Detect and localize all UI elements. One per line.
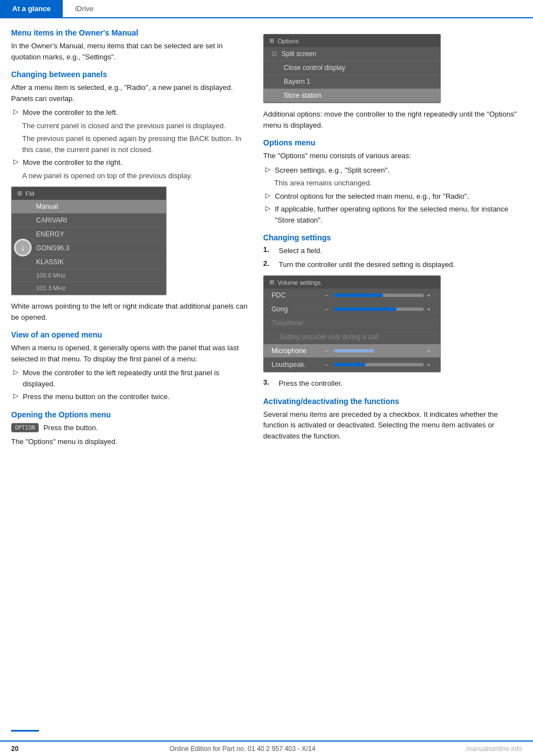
pdc-bar bbox=[334, 294, 424, 297]
volume-row-pdc: PDC − + bbox=[264, 289, 440, 303]
page-number: 20 bbox=[11, 745, 18, 753]
bullet-arrow-1: ▷ bbox=[13, 108, 18, 118]
fm-screenshot: ⊞ FM ↓ Manual CARIVARI ENERGY GONG96.3 K… bbox=[11, 187, 167, 295]
volume-row-note: Setting possible only during a call. bbox=[264, 330, 440, 344]
mic-fill bbox=[334, 349, 374, 352]
option-press-text: Press the button. bbox=[43, 422, 98, 434]
volume-row-microphone: Microphone − + bbox=[264, 344, 440, 358]
fm-label: FM bbox=[26, 190, 34, 197]
fm-item-carivari: CARIVARI bbox=[12, 214, 166, 228]
section-opened-menu-title: View of an opened menu bbox=[11, 330, 250, 339]
bullet-arrow-3: ▷ bbox=[13, 368, 18, 389]
bullet-right: ▷ Move the controller to the right. bbox=[11, 157, 250, 168]
section-menu-items-title: Menu items in the Owner's Manual bbox=[11, 28, 250, 37]
step-1-text: Select a field. bbox=[279, 245, 322, 256]
options-item-store: Store station bbox=[264, 89, 440, 103]
loud-minus: − bbox=[325, 361, 330, 368]
gong-label: Gong bbox=[271, 305, 321, 313]
bullet-arrow-4: ▷ bbox=[13, 392, 18, 402]
gong-bar bbox=[334, 308, 424, 311]
step-1-num: 1. bbox=[263, 245, 273, 256]
options-header: ⊞ Options bbox=[264, 34, 440, 47]
options-item-close: Close control display bbox=[264, 61, 440, 75]
options-screenshot: ⊞ Options ☑ Split screen Close control d… bbox=[263, 34, 441, 103]
bullet-left-repeat-text: Move the controller to the left repeated… bbox=[23, 367, 250, 389]
settings-step-2: 2. Turn the controller until the desired… bbox=[263, 259, 522, 270]
gong-fill bbox=[334, 308, 396, 311]
opt-bullet-2: ▷ Control options for the selected main … bbox=[263, 191, 522, 202]
step-3-text: Press the controller. bbox=[279, 378, 343, 389]
footer-watermark: manualsonline.info bbox=[466, 745, 522, 753]
section-opened-menu-body: When a menu is opened, it generally open… bbox=[11, 342, 250, 364]
opt-bullet-1-text: Screen settings, e.g., "Split screen". bbox=[275, 165, 390, 176]
options-icon: ⊞ bbox=[269, 37, 274, 44]
sub-text-2a: A new panel is opened on top of the prev… bbox=[22, 170, 250, 182]
opt-bullet-3: ▷ If applicable, further operating optio… bbox=[263, 204, 522, 225]
options-item-bayern: Bayern 1 bbox=[264, 75, 440, 89]
bullet-menu-button: ▷ Press the menu button on the controlle… bbox=[11, 391, 250, 402]
volume-header: ⊞ Volume settings bbox=[264, 276, 440, 289]
opt-sub-1: This area remains unchanged. bbox=[274, 178, 522, 189]
option-press-row: OPTION Press the button. bbox=[11, 422, 250, 434]
fm-rows: ↓ Manual CARIVARI ENERGY GONG96.3 KLASSI… bbox=[12, 200, 166, 295]
settings-step-3: 3. Press the controller. bbox=[263, 378, 522, 389]
options-menu-body: The "Options" menu consists of various a… bbox=[263, 150, 522, 162]
section-menu-items-body: In the Owner's Manual, menu items that c… bbox=[11, 41, 250, 62]
options-item-split: ☑ Split screen bbox=[264, 47, 440, 61]
header-tabs: At a glance iDrive bbox=[0, 0, 533, 18]
settings-section-title: Changing settings bbox=[263, 233, 522, 242]
gong-plus: + bbox=[427, 306, 433, 313]
microphone-label: Microphone bbox=[271, 347, 321, 355]
telephone-label: Telephone: bbox=[271, 319, 321, 327]
settings-step-1: 1. Select a field. bbox=[263, 245, 522, 256]
bullet-left-text: Move the controller to the left. bbox=[23, 107, 118, 118]
footer: 20 Online Edition for Part no. 01 40 2 9… bbox=[0, 740, 533, 756]
step-2-text: Turn the controller until the desired se… bbox=[279, 259, 455, 270]
volume-screenshot: ⊞ Volume settings PDC − + Gong − + bbox=[263, 275, 441, 372]
setting-note: Setting possible only during a call. bbox=[279, 333, 380, 341]
left-column: Menu items in the Owner's Manual In the … bbox=[11, 28, 250, 451]
fm-item-100mhz: 100.0 MHz bbox=[12, 269, 166, 282]
options-label: Options bbox=[278, 38, 299, 44]
volume-row-telephone: Telephone: bbox=[264, 316, 440, 330]
activate-body: Several menu items are preceded by a che… bbox=[263, 409, 522, 442]
mic-bar bbox=[334, 349, 424, 352]
main-content: Menu items in the Owner's Manual In the … bbox=[0, 18, 533, 451]
step-2-num: 2. bbox=[263, 259, 273, 270]
pdc-fill bbox=[334, 294, 383, 297]
volume-row-gong: Gong − + bbox=[264, 303, 440, 316]
section-changing-panels-body: After a menu item is selected, e.g., "Ra… bbox=[11, 82, 250, 104]
footer-divider bbox=[11, 730, 39, 732]
tab-idrive[interactable]: iDrive bbox=[63, 0, 105, 17]
opt-arrow-2: ▷ bbox=[265, 191, 270, 202]
pdc-minus: − bbox=[325, 292, 330, 299]
caption-options-text: Additional options: move the controller … bbox=[263, 109, 522, 130]
bullet-menu-button-text: Press the menu button on the controller … bbox=[23, 391, 169, 402]
mic-minus: − bbox=[325, 347, 330, 354]
bullet-arrow-2: ▷ bbox=[13, 158, 18, 168]
options-store-label: Store station bbox=[284, 92, 321, 99]
option-displayed-text: The "Options" menu is displayed. bbox=[11, 436, 250, 447]
fm-item-manual: Manual bbox=[12, 200, 166, 214]
options-close-label: Close control display bbox=[284, 64, 345, 72]
mic-plus: + bbox=[427, 347, 433, 354]
caption-arrows: White arrows pointing to the left or rig… bbox=[11, 301, 250, 322]
options-check-icon: ☑ bbox=[271, 51, 277, 58]
opt-bullet-2-text: Control options for the selected main me… bbox=[275, 191, 469, 202]
loudspeak-label: Loudspeak. bbox=[271, 361, 321, 369]
options-bayern-label: Bayern 1 bbox=[284, 78, 310, 85]
bullet-right-text: Move the controller to the right. bbox=[23, 157, 122, 168]
right-column: ⊞ Options ☑ Split screen Close control d… bbox=[263, 28, 522, 451]
fm-item-gong: GONG96.3 bbox=[12, 241, 166, 255]
sub-text-1a: The current panel is closed and the prev… bbox=[22, 120, 250, 132]
opt-arrow-3: ▷ bbox=[265, 204, 270, 225]
activate-section-title: Activating/deactivating the functions bbox=[263, 397, 522, 406]
fm-item-energy: ENERGY bbox=[12, 228, 166, 241]
opt-bullet-3-text: If applicable, further operating options… bbox=[275, 204, 522, 225]
fm-header: ⊞ FM bbox=[12, 187, 166, 200]
step-3-num: 3. bbox=[263, 378, 273, 389]
tab-at-a-glance[interactable]: At a glance bbox=[0, 0, 63, 17]
footer-text: Online Edition for Part no. 01 40 2 957 … bbox=[169, 745, 315, 753]
loud-bar bbox=[334, 363, 424, 366]
sub-text-1b: The previous panel is opened again by pr… bbox=[22, 133, 250, 155]
